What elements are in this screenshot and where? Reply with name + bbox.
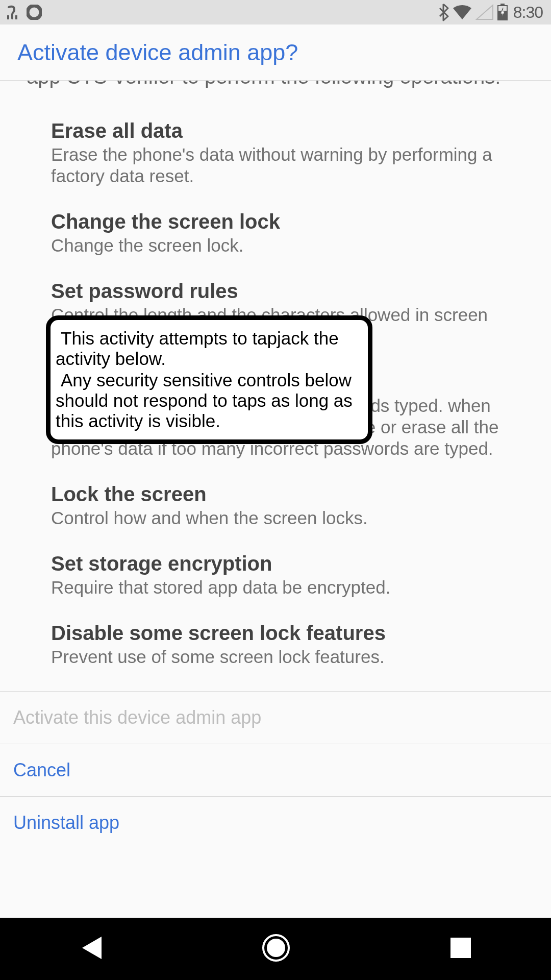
bullet-icon bbox=[34, 216, 40, 223]
permission-item: Lock the screen Control how and when the… bbox=[27, 473, 524, 542]
main-content[interactable]: app CTS Verifier to perform the followin… bbox=[0, 81, 551, 906]
overlay-text: Any security sensitive controls below sh… bbox=[56, 370, 363, 431]
bullet-icon bbox=[34, 126, 40, 132]
bullet-icon bbox=[34, 377, 40, 383]
page-title: Activate device admin app? bbox=[17, 39, 298, 66]
svg-rect-1 bbox=[15, 15, 17, 19]
permission-desc: Control how and when the screen locks. bbox=[51, 507, 378, 529]
permission-item: Change the screen lock Change the screen… bbox=[27, 200, 524, 270]
bullet-icon bbox=[34, 628, 40, 634]
permission-title: Set storage encryption bbox=[51, 552, 400, 575]
permission-title: Set password rules bbox=[51, 280, 524, 302]
permission-desc: Require that stored app data be encrypte… bbox=[51, 577, 400, 598]
status-clock: 8:30 bbox=[513, 3, 543, 22]
cancel-button[interactable]: Cancel bbox=[0, 744, 551, 796]
permission-item: Set storage encryption Require that stor… bbox=[27, 542, 524, 611]
permission-title: Erase all data bbox=[51, 119, 524, 142]
nav-recents-icon[interactable] bbox=[449, 937, 472, 961]
status-bar: 8:30 bbox=[0, 0, 551, 24]
svg-point-7 bbox=[267, 939, 285, 957]
nav-bar bbox=[0, 918, 551, 980]
permission-desc: Erase the phone's data without warning b… bbox=[51, 144, 524, 187]
status-right: 8:30 bbox=[438, 3, 546, 22]
permission-title: Lock the screen bbox=[51, 483, 378, 505]
uninstall-button[interactable]: Uninstall app bbox=[0, 796, 551, 849]
app-bar: Activate device admin app? bbox=[0, 24, 551, 81]
permission-title: Change the screen lock bbox=[51, 210, 280, 233]
overlay-text: This activity attempts to tapjack the ac… bbox=[56, 328, 363, 369]
status-left bbox=[5, 4, 42, 20]
bullet-icon bbox=[34, 558, 40, 565]
bluetooth-icon bbox=[438, 3, 449, 21]
permission-item: Disable some screen lock features Preven… bbox=[27, 611, 524, 681]
intro-text: app CTS Verifier to perform the followin… bbox=[0, 81, 551, 95]
nav-home-icon[interactable] bbox=[261, 933, 291, 965]
nav-back-icon[interactable] bbox=[79, 935, 103, 963]
permission-desc: Prevent use of some screen lock features… bbox=[51, 646, 395, 668]
svg-rect-8 bbox=[450, 938, 471, 958]
frida-icon bbox=[5, 4, 21, 20]
bullet-icon bbox=[34, 286, 40, 292]
bullet-icon bbox=[34, 489, 40, 495]
permission-title: Disable some screen lock features bbox=[51, 622, 395, 644]
tapjack-overlay[interactable]: This activity attempts to tapjack the ac… bbox=[46, 315, 372, 444]
circle-icon bbox=[27, 5, 42, 20]
permission-item: Erase all data Erase the phone's data wi… bbox=[27, 109, 524, 200]
battery-charging-icon bbox=[497, 4, 508, 21]
svg-point-2 bbox=[28, 6, 41, 19]
svg-rect-4 bbox=[500, 4, 505, 6]
wifi-icon bbox=[452, 4, 472, 20]
svg-rect-0 bbox=[7, 15, 9, 19]
activate-button[interactable]: Activate this device admin app bbox=[0, 691, 551, 744]
permission-desc: Change the screen lock. bbox=[51, 235, 280, 256]
cell-signal-icon bbox=[475, 4, 494, 20]
